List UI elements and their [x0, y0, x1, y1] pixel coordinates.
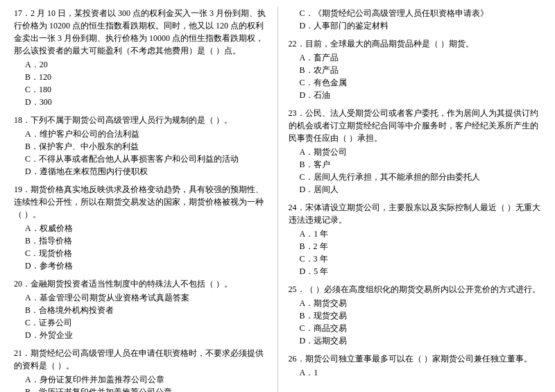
option-q25-1: B．现货交易 — [289, 309, 542, 322]
question-block-q25: 25．（ ）必须在高度组织化的期货交易所内以公开竞价的方式进行。A．期货交易B．… — [289, 283, 542, 347]
option-q25-2: C．商品交易 — [289, 322, 542, 334]
column-divider — [278, 7, 278, 392]
question-block-q18: 18．下列不属于期货公司高级管理人员行为规制的是（ ）。A．维护客户和公司的合法… — [14, 114, 267, 178]
option-q17-0: A．20 — [14, 58, 267, 71]
option-q22-1: B．农产品 — [289, 64, 542, 76]
option-q25-0: A．期货交易 — [289, 297, 542, 309]
question-block-q21: 21．期货经纪公司高级管理人员在申请任职资格时，不要求必须提供的资料是（ ）。A… — [14, 347, 267, 392]
option-q24-3: D．5 年 — [289, 265, 542, 278]
option-q18-1: B．保护客户、中小股东的利益 — [14, 140, 267, 153]
question-block-q21c: C．《期货经纪公司高级管理人员任职资格申请表》D．人事部门的鉴定材料 — [289, 7, 542, 32]
option-q18-0: A．维护客户和公司的合法利益 — [14, 128, 267, 140]
option-q25-3: D．远期交易 — [289, 334, 542, 347]
option-q26-0: A．1 — [289, 366, 542, 379]
option-q21-1: B．学历证书复印件并加盖推荐公司公章 — [14, 386, 267, 392]
option-q23-0: A．期货公司 — [289, 146, 542, 158]
option-q21-0: A．身份证复印件并加盖推荐公司公章 — [14, 373, 267, 386]
option-q22-3: D．石油 — [289, 89, 542, 101]
option-q19-0: A．权威价格 — [14, 222, 267, 235]
option-q24-0: A．1 年 — [289, 228, 542, 240]
option-q18-2: C．不得从事或者配合他人从事损害客户和公司利益的活动 — [14, 153, 267, 165]
option-q20-0: A．基金管理公司期货从业资格考试真题答案 — [14, 291, 267, 304]
option-q20-3: D．外贸企业 — [14, 329, 267, 341]
question-block-q23: 23．公民、法人受期货公司或者客户委托，作为居间人为其提供订约的机会或者订立期货… — [289, 107, 542, 196]
option-q19-3: D．参考价格 — [14, 259, 267, 272]
option-q24-1: B．2 年 — [289, 240, 542, 253]
option-q22-0: A．畜产品 — [289, 51, 542, 64]
question-block-q22: 22．目前，全球最大的商品期货品种是（ ）期货。A．畜产品B．农产品C．有色金属… — [289, 37, 542, 101]
question-title-q25: 25．（ ）必须在高度组织化的期货交易所内以公开竞价的方式进行。 — [289, 283, 542, 296]
option-q18-3: D．遵循地在来权范围内行使职权 — [14, 165, 267, 178]
question-title-q21: 21．期货经纪公司高级管理人员在申请任职资格时，不要求必须提供的资料是（ ）。 — [14, 347, 267, 372]
question-title-q26: 26．期货公司独立董事最多可以在（ ）家期货公司兼任独立董事。 — [289, 352, 542, 365]
option-q20-1: B．合格境外机构投资者 — [14, 304, 267, 316]
option-q24-2: C．3 年 — [289, 253, 542, 265]
question-block-q17: 17．2 月 10 日，某投资者以 300 点的权利金买入一张 3 月份到期、执… — [14, 7, 267, 108]
right-column: C．《期货经纪公司高级管理人员任职资格申请表》D．人事部门的鉴定材料22．目前，… — [289, 7, 542, 392]
question-title-q17: 17．2 月 10 日，某投资者以 300 点的权利金买入一张 3 月份到期、执… — [14, 7, 267, 57]
option-q23-2: C．居间人先行承担，其不能承担的部分由委托人 — [289, 171, 542, 183]
question-title-q24: 24．宋体请设立期货公司，主要股东以及实际控制人最近（ ）无重大违法违规记录。 — [289, 201, 542, 226]
question-block-q26: 26．期货公司独立董事最多可以在（ ）家期货公司兼任独立董事。A．1 — [289, 352, 542, 379]
option-q21c-1: D．人事部门的鉴定材料 — [289, 19, 542, 32]
question-block-q24: 24．宋体请设立期货公司，主要股东以及实际控制人最近（ ）无重大违法违规记录。A… — [289, 201, 542, 278]
option-q22-2: C．有色金属 — [289, 76, 542, 89]
question-title-q22: 22．目前，全球最大的商品期货品种是（ ）期货。 — [289, 37, 542, 50]
question-block-q19: 19．期货价格真实地反映供求及价格变动趋势，具有较强的预期性、连续性和公开性，所… — [14, 183, 267, 272]
option-q19-1: B．指导价格 — [14, 235, 267, 247]
question-title-q19: 19．期货价格真实地反映供求及价格变动趋势，具有较强的预期性、连续性和公开性，所… — [14, 183, 267, 221]
option-q19-2: C．现货价格 — [14, 247, 267, 259]
left-column: 17．2 月 10 日，某投资者以 300 点的权利金买入一张 3 月份到期、执… — [14, 7, 267, 392]
question-title-q20: 20．金融期货投资者适当性制度中的特殊法人不包括（ ）。 — [14, 278, 267, 290]
option-q17-2: C．180 — [14, 83, 267, 96]
option-q17-3: D．300 — [14, 96, 267, 108]
option-q23-1: B．客户 — [289, 158, 542, 171]
option-q21c-0: C．《期货经纪公司高级管理人员任职资格申请表》 — [289, 7, 542, 19]
question-title-q23: 23．公民、法人受期货公司或者客户委托，作为居间人为其提供订约的机会或者订立期货… — [289, 107, 542, 144]
option-q20-2: C．证券公司 — [14, 316, 267, 329]
option-q23-3: D．居间人 — [289, 183, 542, 196]
question-title-q18: 18．下列不属于期货公司高级管理人员行为规制的是（ ）。 — [14, 114, 267, 126]
option-q17-1: B．120 — [14, 71, 267, 83]
question-block-q20: 20．金融期货投资者适当性制度中的特殊法人不包括（ ）。A．基金管理公司期货从业… — [14, 278, 267, 341]
